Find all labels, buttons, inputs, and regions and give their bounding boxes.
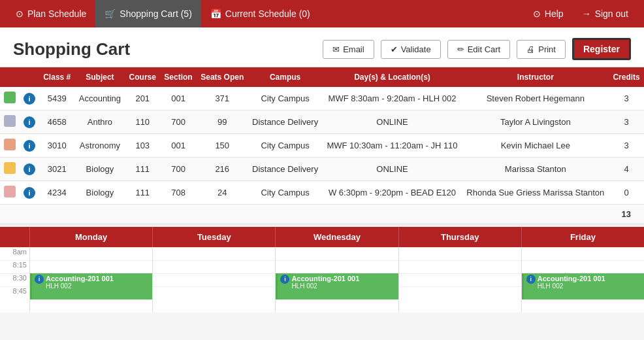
row-credits: 3 [609,134,644,158]
friday-accounting-block[interactable]: i Accounting-201 001 HLH 002 [522,273,644,299]
row-info-icon[interactable]: i [24,140,35,152]
row-info-cell: i [20,134,39,158]
row-credits: 4 [609,158,644,181]
col-days-loc: Day(s) & Location(s) [323,67,462,87]
row-course: 111 [125,181,160,205]
plan-schedule-icon: ⊙ [16,8,24,19]
row-color-cell [0,87,20,110]
calendar-body: 8am 8:15 8:30 8:45 i Accounting-201 001 … [0,247,644,313]
row-days-loc: ONLINE [323,110,462,134]
row-section: 700 [160,158,197,181]
monday-column: i Accounting-201 001 HLH 002 [29,247,152,313]
calendar-time-header [0,227,29,247]
col-color [0,67,20,87]
row-course: 110 [125,110,160,134]
row-info-icon[interactable]: i [24,116,35,128]
thursday-column [398,247,521,313]
row-seats: 371 [197,87,248,110]
row-seats: 24 [197,181,248,205]
row-campus: Distance Delivery [248,110,323,134]
row-class-num: 3010 [39,134,74,158]
row-section: 001 [160,87,197,110]
row-campus: Distance Delivery [248,158,323,181]
row-campus: City Campus [248,134,323,158]
row-color-dot [4,115,16,127]
current-schedule-icon: 📅 [210,8,221,19]
table-row: i 3021 Biology 111 700 216 Distance Deli… [0,158,644,181]
row-days-loc: W 6:30pm - 9:20pm - BEAD E120 [323,181,462,205]
row-info-cell: i [20,181,39,205]
top-navigation: ⊙ Plan Schedule 🛒 Shopping Cart (5) 📅 Cu… [0,0,644,27]
edit-cart-button[interactable]: ✏ Edit Cart [447,40,511,59]
friday-column: i Accounting-201 001 HLH 002 [521,247,644,313]
calendar-time-column: 8am 8:15 8:30 8:45 [0,247,29,313]
row-class-num: 4234 [39,181,74,205]
time-8am: 8am [0,247,29,260]
col-section: Section [160,67,197,87]
row-course: 201 [125,87,160,110]
table-row: i 4658 Anthro 110 700 99 Distance Delive… [0,110,644,134]
table-row: i 4234 Biology 111 708 24 City Campus W … [0,181,644,205]
print-button[interactable]: 🖨 Print [517,40,566,59]
nav-help[interactable]: ⊙ Help [524,0,573,27]
col-instructor: Instructor [462,67,609,87]
row-section: 001 [160,134,197,158]
col-seats-open: Seats Open [197,67,248,87]
edit-icon: ✏ [457,44,464,54]
row-info-icon[interactable]: i [24,187,35,199]
row-info-icon[interactable]: i [24,93,35,105]
nav-sign-out[interactable]: → Sign out [573,0,637,27]
shopping-cart-table: Class # Subject Course Section Seats Ope… [0,67,644,224]
tuesday-column [152,247,275,313]
row-days-loc: MWF 8:30am - 9:20am - HLH 002 [323,87,462,110]
row-color-dot [4,162,16,174]
row-subject: Anthro [74,110,125,134]
monday-block-info-icon[interactable]: i [35,275,44,284]
calendar-wednesday: Wednesday [275,227,398,247]
row-color-cell [0,158,20,181]
col-subject: Subject [74,67,125,87]
col-class-num: Class # [39,67,74,87]
time-815: 8:15 [0,260,29,273]
monday-accounting-block[interactable]: i Accounting-201 001 HLH 002 [30,273,152,299]
row-days-loc: MWF 10:30am - 11:20am - JH 110 [323,134,462,158]
email-button[interactable]: ✉ Email [323,40,374,59]
row-subject: Accounting [74,87,125,110]
row-instructor: Marissa Stanton [462,158,609,181]
row-instructor: Kevin Michael Lee [462,134,609,158]
row-instructor: Rhonda Sue Griess Marissa Stanton [462,181,609,205]
row-color-dot [4,186,16,197]
row-credits: 0 [609,181,644,205]
page-header: Shopping Cart ✉ Email ✔ Validate ✏ Edit … [0,27,644,67]
row-campus: City Campus [248,181,323,205]
row-credits: 3 [609,110,644,134]
email-icon: ✉ [332,44,340,54]
shopping-cart-icon: 🛒 [105,8,116,19]
row-campus: City Campus [248,87,323,110]
table-header-row: Class # Subject Course Section Seats Ope… [0,67,644,87]
nav-plan-schedule[interactable]: ⊙ Plan Schedule [7,0,95,27]
row-course: 103 [125,134,160,158]
row-instructor: Taylor A Livingston [462,110,609,134]
row-color-cell [0,181,20,205]
row-section: 700 [160,110,197,134]
row-color-dot [4,92,16,103]
row-class-num: 4658 [39,110,74,134]
total-credits: 13 [0,205,644,224]
validate-button[interactable]: ✔ Validate [381,40,441,59]
nav-shopping-cart[interactable]: 🛒 Shopping Cart (5) [95,0,201,27]
page-title: Shopping Cart [13,39,316,60]
friday-block-info-icon[interactable]: i [526,275,536,284]
nav-current-schedule[interactable]: 📅 Current Schedule (0) [201,0,319,27]
row-info-icon[interactable]: i [24,163,35,175]
row-seats: 216 [197,158,248,181]
sign-out-icon: → [582,8,591,19]
row-days-loc: ONLINE [323,158,462,181]
col-course: Course [125,67,160,87]
time-845: 8:45 [0,286,29,299]
time-830: 8:30 [0,273,29,286]
wednesday-block-info-icon[interactable]: i [280,275,289,284]
wednesday-accounting-block[interactable]: i Accounting-201 001 HLH 002 [276,273,398,299]
row-seats: 150 [197,134,248,158]
register-button[interactable]: Register [572,38,631,60]
